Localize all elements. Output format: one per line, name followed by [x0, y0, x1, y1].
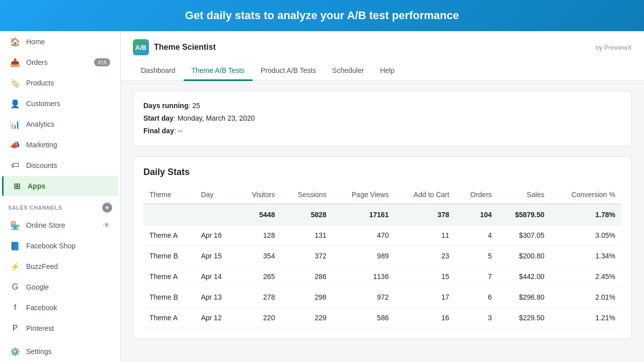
settings-label: Settings [26, 347, 52, 355]
table-cell: $307.05 [498, 225, 550, 245]
summary-cell [195, 204, 236, 225]
app-name: Theme Scientist [154, 43, 216, 52]
final-day-label: Final day [143, 127, 174, 135]
online-store-icon: 🏪 [10, 220, 20, 230]
orders-badge: 416 [94, 58, 110, 66]
table-row: Theme AApr 142652861136157$442.002.45% [143, 266, 621, 287]
table-cell: 2.45% [550, 266, 621, 287]
table-cell: 286 [281, 266, 332, 287]
tabs-container: DashboardTheme A/B TestsProduct A/B Test… [133, 61, 632, 80]
add-sales-channel-button[interactable]: + [102, 203, 112, 213]
sidebar-item-home[interactable]: 🏠 Home [2, 32, 118, 52]
table-cell: $442.00 [498, 266, 550, 287]
sidebar-item-pinterest[interactable]: P Pinterest [2, 318, 118, 338]
days-running-value: 25 [192, 102, 200, 110]
summary-cell: 17161 [333, 204, 395, 225]
days-running-label: Days running [143, 102, 188, 110]
table-cell: 3 [455, 307, 498, 328]
summary-cell: 5448 [236, 204, 281, 225]
table-cell: 128 [236, 225, 281, 245]
table-cell: $296.80 [498, 287, 550, 307]
table-cell: 17 [395, 287, 455, 307]
table-row: Theme AApr 12220229586163$229.501.21% [143, 307, 621, 328]
main-content: A/B Theme Scientist by PreviewX Dashboar… [121, 31, 644, 362]
table-cell: 6 [455, 287, 498, 307]
table-cell: Apr 12 [195, 307, 236, 328]
table-cell: 298 [281, 287, 332, 307]
sales-channels-label: SALES CHANNELS [8, 205, 62, 211]
sidebar-label-products: Products [26, 79, 54, 87]
google-icon: G [10, 282, 20, 292]
table-cell: $200.80 [498, 245, 550, 266]
online-store-visibility-icon[interactable]: 👁 [103, 221, 110, 229]
table-cell: 3.05% [550, 225, 621, 245]
start-day-value: Monday, March 23, 2020 [178, 114, 255, 122]
summary-cell: 1.78% [550, 204, 621, 225]
sidebar-label-orders: Orders [26, 58, 48, 66]
sidebar-label-apps: Apps [28, 182, 45, 190]
discounts-icon: 🏷 [10, 160, 20, 170]
app-logo: A/B [133, 39, 149, 55]
table-cell: 354 [236, 245, 281, 266]
customers-icon: 👤 [10, 99, 20, 109]
app-header: A/B Theme Scientist by PreviewX Dashboar… [121, 31, 644, 81]
channel-label-facebook-shop: Facebook Shop [26, 242, 75, 250]
settings-icon: ⚙️ [10, 346, 20, 356]
analytics-icon: 📊 [10, 119, 20, 129]
table-cell: 11 [395, 225, 455, 245]
sidebar-item-orders[interactable]: 📥 Orders416 [2, 52, 118, 72]
table-cell: 586 [333, 307, 395, 328]
sidebar-item-marketing[interactable]: 📣 Marketing [2, 135, 118, 155]
table-cell: 989 [333, 245, 395, 266]
table-row: Theme BApr 13278298972176$296.802.01% [143, 287, 621, 307]
table-cell: Apr 15 [195, 245, 236, 266]
sidebar-item-buzzfeed[interactable]: ⚡ BuzzFeed [2, 256, 118, 277]
home-icon: 🏠 [10, 37, 20, 47]
table-cell: Theme A [143, 266, 195, 287]
orders-icon: 📥 [10, 57, 20, 67]
sales-channels-section: SALES CHANNELS + [0, 197, 120, 215]
sidebar-item-products[interactable]: 🏷️ Products [2, 73, 118, 93]
sidebar-item-facebook[interactable]: f Facebook [2, 298, 118, 318]
info-card: Days running: 25 Start day: Monday, Marc… [133, 91, 632, 146]
table-row: Theme AApr 16128131470114$307.053.05% [143, 225, 621, 245]
sidebar-item-online-store[interactable]: 🏪 Online Store👁 [2, 215, 118, 235]
tab-scheduler[interactable]: Scheduler [324, 61, 372, 81]
sidebar-item-customers[interactable]: 👤 Customers [2, 94, 118, 114]
table-cell: Apr 13 [195, 287, 236, 307]
table-cell: 1.34% [550, 245, 621, 266]
sidebar-item-analytics[interactable]: 📊 Analytics [2, 114, 118, 134]
stats-title: Daily Stats [143, 167, 621, 177]
summary-cell: 5828 [281, 204, 332, 225]
tab-theme-ab-tests[interactable]: Theme A/B Tests [184, 61, 253, 81]
facebook-shop-icon: 📘 [10, 241, 20, 251]
table-cell: 131 [281, 225, 332, 245]
sidebar-item-apps[interactable]: ⊞ Apps [2, 176, 118, 196]
table-cell: 23 [395, 245, 455, 266]
table-cell: 5 [455, 245, 498, 266]
sidebar-item-discounts[interactable]: 🏷 Discounts [2, 155, 118, 175]
stats-table: ThemeDayVisitorsSessionsPage ViewsAdd to… [143, 186, 621, 328]
sidebar-item-google[interactable]: G Google [2, 277, 118, 297]
table-cell: 220 [236, 307, 281, 328]
tab-help[interactable]: Help [372, 61, 403, 81]
tab-dashboard[interactable]: Dashboard [133, 61, 184, 81]
table-cell: Theme A [143, 225, 195, 245]
table-cell: 2.01% [550, 287, 621, 307]
channel-label-pinterest: Pinterest [26, 324, 54, 332]
table-cell: 265 [236, 266, 281, 287]
content-area: Days running: 25 Start day: Monday, Marc… [121, 81, 644, 362]
banner: Get daily stats to analyze your A/B test… [0, 0, 644, 31]
table-cell: 229 [281, 307, 332, 328]
col-header-sales: Sales [498, 186, 550, 204]
start-day-label: Start day [143, 114, 174, 122]
col-header-theme: Theme [143, 186, 195, 204]
table-cell: Apr 16 [195, 225, 236, 245]
sidebar-item-facebook-shop[interactable]: 📘 Facebook Shop [2, 236, 118, 256]
buzzfeed-icon: ⚡ [10, 261, 20, 272]
table-cell: Theme A [143, 307, 195, 328]
channel-label-online-store: Online Store [26, 221, 65, 229]
table-cell: 7 [455, 266, 498, 287]
tab-product-ab-tests[interactable]: Product A/B Tests [253, 61, 324, 81]
sidebar-item-settings[interactable]: ⚙️ Settings [2, 341, 118, 361]
